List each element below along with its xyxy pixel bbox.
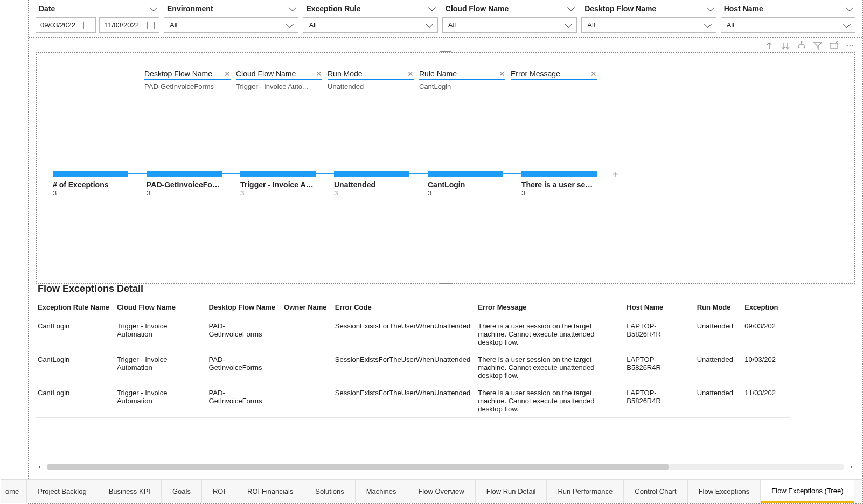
decomp-column: Run Mode✕Unattended [328,69,414,90]
node-label: CantLogin [428,180,503,189]
detail-title: Flow Exceptions Detail [36,280,855,299]
page-tab[interactable]: ROI [202,480,236,503]
chevron-down-icon [567,4,575,11]
column-header[interactable]: Run Mode [695,299,743,317]
page-tab[interactable]: ROI Financials [236,480,304,503]
page-tab[interactable]: Solutions [304,480,355,503]
node-bar [334,171,409,177]
table-cell: LAPTOP-B5826R4R [624,317,694,351]
decomp-node[interactable]: # of Exceptions3 [53,171,128,197]
node-bar [240,171,316,177]
decomp-node[interactable]: CantLogin3 [428,171,503,197]
filter-environment-header[interactable]: Environment [164,2,298,15]
date-start-input[interactable]: 09/03/2022 [36,17,96,33]
decomp-column-title[interactable]: Desktop Flow Name✕ [144,69,231,80]
desktop-flow-dropdown[interactable]: All [581,17,716,33]
page-tab[interactable]: Project Backlog [27,480,98,503]
page-tab[interactable]: ome [1,480,27,503]
page-tab[interactable]: Machines [356,480,408,503]
table-cell [282,384,333,418]
host-name-dropdown[interactable]: All [721,17,855,33]
column-header[interactable]: Desktop Flow Name [207,299,282,317]
page-tab[interactable]: Flow Overview [407,480,475,503]
chevron-down-icon [428,4,436,11]
column-header[interactable]: Exception Rule Name [36,299,115,317]
decomp-node[interactable]: PAD-GetInvoiceForms3 [147,171,222,197]
environment-dropdown[interactable]: All [164,17,298,33]
column-header[interactable]: Host Name [624,299,694,317]
column-header[interactable]: Exception [742,299,790,317]
column-header[interactable]: Error Code [333,299,476,317]
table-cell: Unattended [695,384,743,418]
node-bar [521,171,597,177]
decomp-column-title[interactable]: Error Message✕ [511,69,597,80]
table-row[interactable]: CantLoginTrigger - Invoice AutomationPAD… [36,317,790,351]
decomp-column-title-text: Cloud Flow Name [236,69,296,78]
close-icon[interactable]: ✕ [224,69,231,78]
page-tab[interactable]: Business KPI [98,480,162,503]
filter-cloud-flow-label: Cloud Flow Name [446,4,509,13]
filter-host-name-header[interactable]: Host Name [721,2,855,15]
more-options-icon[interactable] [846,41,854,50]
splitter-handle-icon[interactable] [440,51,451,54]
decomp-column-title[interactable]: Cloud Flow Name✕ [236,69,322,80]
decomp-node[interactable]: There is a user session ...3 [521,171,597,197]
drill-up-icon[interactable] [765,41,774,50]
filter-desktop-flow-header[interactable]: Desktop Flow Name [581,2,716,15]
close-icon[interactable]: ✕ [590,69,597,78]
page-tab[interactable]: ROI Calculations [854,480,863,503]
decomp-column-title-text: Error Message [511,69,560,78]
page-tab[interactable]: Run Performance [547,480,624,503]
filter-icon[interactable] [813,41,822,50]
column-header[interactable]: Error Message [476,299,624,317]
close-icon[interactable]: ✕ [499,69,505,78]
page-tab[interactable]: Flow Exceptions [688,480,761,503]
scroll-thumb[interactable] [47,464,669,470]
scroll-left-icon[interactable]: ‹ [36,463,44,471]
page-tab[interactable]: Flow Exceptions (Tree) [761,480,854,503]
filter-cloud-flow-header[interactable]: Cloud Flow Name [442,2,577,15]
table-cell: SessionExistsForTheUserWhenUnattended [333,351,476,384]
page-tab[interactable]: Goals [162,480,202,503]
decomp-node[interactable]: Unattended3 [334,171,409,197]
table-cell: 11/03/202 [742,384,790,418]
chevron-down-icon [426,20,433,27]
date-end-input[interactable]: 11/03/2022 [99,17,159,33]
filter-desktop-flow: Desktop Flow Name All [581,2,716,33]
decomposition-tree-visual[interactable]: Desktop Flow Name✕PAD-GetInvoiceFormsClo… [36,52,855,284]
add-level-icon[interactable]: + [612,169,618,181]
decomp-node[interactable]: Trigger - Invoice Aut...3 [240,171,316,197]
column-header[interactable]: Cloud Flow Name [115,299,207,317]
scroll-right-icon[interactable]: › [847,463,855,471]
scroll-track[interactable] [47,464,844,470]
decomp-column-title-text: Rule Name [419,69,457,78]
page-tab[interactable]: Control Chart [624,480,687,503]
table-cell: Trigger - Invoice Automation [115,351,207,384]
table-row[interactable]: CantLoginTrigger - Invoice AutomationPAD… [36,384,790,418]
table-cell: 10/03/202 [742,351,790,384]
decomp-nodes-row: # of Exceptions3PAD-GetInvoiceForms3Trig… [53,171,615,197]
table-cell: Trigger - Invoice Automation [115,384,207,418]
page-tab[interactable]: Flow Run Detail [476,480,547,503]
drill-down-icon[interactable] [781,41,790,50]
filter-exception-rule-header[interactable]: Exception Rule [303,2,437,15]
report-canvas: Date 09/03/2022 11/03/2022 Environment [28,0,863,504]
hierarchy-icon[interactable] [797,41,806,50]
exception-rule-dropdown[interactable]: All [303,17,437,33]
column-header[interactable]: Owner Name [282,299,333,317]
close-icon[interactable]: ✕ [316,69,322,78]
visual-toolbar [29,38,862,51]
table-cell: Unattended [695,317,743,351]
table-cell: Unattended [695,351,743,384]
cloud-flow-dropdown[interactable]: All [442,17,577,33]
close-icon[interactable]: ✕ [407,69,414,78]
decomp-column-title[interactable]: Run Mode✕ [328,69,414,80]
table-row[interactable]: CantLoginTrigger - Invoice AutomationPAD… [36,351,790,384]
svg-point-5 [850,45,851,47]
chevron-down-icon [286,20,294,27]
filter-date-header[interactable]: Date [36,2,159,15]
focus-mode-icon[interactable] [830,41,838,50]
exception-rule-value: All [309,21,316,29]
node-label: PAD-GetInvoiceForms [147,180,222,189]
decomp-column-title[interactable]: Rule Name✕ [419,69,505,80]
